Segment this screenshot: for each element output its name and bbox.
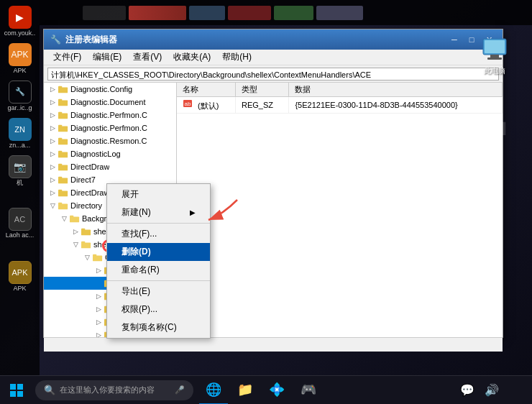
sidebar-icon-zn-label: zn...a... (9, 142, 31, 150)
folder-icon (58, 124, 68, 132)
tree-item-diagnostic-document[interactable]: ▷ Diagnostic.Document (44, 96, 176, 109)
table-row[interactable]: ab (默认) REG_SZ {5E2121EE-0300-11D4-8D3B-… (177, 97, 503, 114)
ctx-copy-name[interactable]: 复制项名称(C) (107, 318, 210, 336)
desktop-icon-thispc[interactable]: 此电脑 (471, 36, 518, 76)
taskbar: 🔍 在这里输入你要搜索的内容 🎤 🌐 📁 💠 🎮 💬 (0, 375, 532, 404)
ctx-delete[interactable]: 删除(D) (107, 243, 210, 261)
tree-item-diagnosticlog[interactable]: ▷ DiagnosticLog (44, 147, 176, 160)
svg-rect-22 (81, 229, 91, 235)
ctx-permissions-label: 权限(P)... (121, 303, 157, 316)
thispc-label: 此电脑 (484, 66, 505, 76)
tree-item-diagnostic-config[interactable]: ▷ Diagnostic.Config (44, 83, 176, 96)
sidebar-icon-gar[interactable]: 🔧 gar..ic..g (2, 78, 38, 114)
right-panel: 名称 类型 数据 ab (177, 83, 503, 337)
windows-logo-icon (9, 383, 24, 398)
folder-open-icon (70, 214, 80, 223)
sidebar-icon-youku[interactable]: ▶ com.youk.. (2, 4, 38, 40)
minimize-button[interactable]: ─ (446, 32, 462, 47)
tree-item-diagnostic-perfmon1[interactable]: ▷ Diagnostic.Perfmon.C (44, 109, 176, 121)
svg-rect-26 (93, 255, 102, 261)
tree-item-diagnostic-perfmon2[interactable]: ▷ Diagnostic.Perfmon.C (44, 121, 176, 134)
taskbar-system-icons: 💬 🔊 (457, 380, 532, 400)
ctx-find[interactable]: 查找(F)... (107, 225, 210, 243)
ctx-copy-name-label: 复制项名称(C) (121, 321, 177, 334)
tree-label: Diagnostic.Resmon.C (70, 137, 147, 145)
sidebar-icon-apk2[interactable]: APK APK (2, 259, 38, 295)
tree-item-directdraw[interactable]: ▷ DirectDraw (44, 160, 176, 173)
svg-rect-3 (58, 99, 62, 101)
window-title: 注册表编辑器 (65, 34, 446, 46)
folder-open-icon (93, 253, 103, 262)
ctx-find-label: 查找(F)... (121, 228, 157, 240)
start-button[interactable] (0, 376, 32, 405)
col-data: 数据 (289, 83, 503, 97)
taskbar-explorer-btn[interactable]: 📁 (231, 376, 260, 405)
col-name: 名称 (177, 83, 236, 97)
menu-favorites[interactable]: 收藏夹(A) (168, 50, 216, 65)
reg-name: ab (默认) (177, 97, 236, 114)
taskbar-time[interactable] (506, 380, 526, 400)
svg-rect-25 (81, 242, 85, 244)
microphone-icon: 🎤 (175, 385, 185, 395)
svg-rect-6 (58, 126, 68, 132)
expander (93, 277, 104, 289)
ctx-export[interactable]: 导出(E) (107, 283, 210, 300)
folder-icon (58, 188, 68, 197)
sidebar-icon-zn[interactable]: ZN zn...a... (2, 116, 38, 152)
taskbar-search-bar[interactable]: 🔍 在这里输入你要搜索的内容 🎤 (35, 380, 193, 400)
folder-open-icon (58, 201, 68, 210)
explorer-icon: 📁 (237, 382, 253, 398)
tree-label: Diagnostic.Perfmon.C (70, 111, 147, 119)
desktop-icons-area: 此电脑 (471, 36, 518, 76)
sidebar-icon-laoh[interactable]: AC Laoh ac... (2, 206, 38, 242)
taskbar-audio-icon[interactable]: 🔊 (482, 380, 502, 400)
taskbar-edge-btn[interactable]: 🌐 (199, 376, 228, 405)
menu-file[interactable]: 文件(F) (47, 50, 87, 65)
expander: ▷ (47, 135, 58, 147)
ctx-rename[interactable]: 重命名(R) (107, 261, 210, 279)
svg-rect-50 (17, 384, 23, 390)
expander: ▽ (81, 252, 93, 263)
tree-label: Diagnostic.Perfmon.C (70, 124, 147, 132)
ctx-new-arrow: ▶ (190, 208, 196, 216)
ctx-new[interactable]: 新建(N) ▶ (107, 203, 210, 221)
svg-rect-17 (58, 190, 62, 192)
svg-rect-10 (58, 152, 68, 157)
reg-data: {5E2121EE-0300-11D4-8D3B-444553540000} (289, 97, 503, 114)
expander: ▽ (47, 200, 58, 211)
ctx-permissions[interactable]: 权限(P)... (107, 300, 210, 318)
svg-rect-18 (58, 203, 68, 209)
folder-icon (58, 85, 68, 93)
expander: ▷ (93, 303, 104, 315)
sidebar-icon-apk[interactable]: APK APK (2, 41, 38, 77)
ctx-separator-1 (107, 223, 210, 224)
reg-icon: ab (183, 98, 193, 109)
ctx-expand[interactable]: 展开 (107, 185, 210, 203)
folder-icon (58, 175, 68, 184)
chat-icon: 💬 (460, 383, 474, 397)
reg-type: REG_SZ (236, 97, 289, 114)
expander: ▽ (58, 213, 70, 224)
search-placeholder: 在这里输入你要搜索的内容 (60, 385, 155, 395)
svg-rect-4 (58, 113, 68, 119)
address-path[interactable]: 计算机\HKEY_CLASSES_ROOT\Directory\Backgrou… (47, 68, 499, 81)
expander: ▷ (47, 83, 58, 95)
menu-bar: 文件(F) 编辑(E) 查看(V) 收藏夹(A) 帮助(H) (44, 50, 503, 65)
sidebar-icon-apk2-label: APK (13, 285, 26, 293)
svg-rect-14 (58, 178, 68, 183)
game-icon: 🎮 (301, 382, 316, 398)
menu-help[interactable]: 帮助(H) (216, 50, 257, 65)
taskbar-chat-icon[interactable]: 💬 (457, 380, 477, 400)
ctx-rename-label: 重命名(R) (121, 264, 160, 276)
svg-rect-52 (17, 391, 23, 397)
taskbar-store-btn[interactable]: 💠 (262, 376, 291, 405)
computer-icon-svg (480, 37, 509, 63)
sidebar-icon-camera[interactable]: 📷 机 (2, 153, 38, 189)
expander: ▷ (47, 122, 58, 134)
menu-edit[interactable]: 编辑(E) (87, 50, 127, 65)
menu-view[interactable]: 查看(V) (127, 50, 168, 65)
svg-rect-13 (58, 164, 62, 166)
taskbar-game-btn[interactable]: 🎮 (294, 376, 323, 405)
tree-item-diagnostic-resmon[interactable]: ▷ Diagnostic.Resmon.C (44, 134, 176, 147)
expander: ▷ (47, 187, 58, 198)
